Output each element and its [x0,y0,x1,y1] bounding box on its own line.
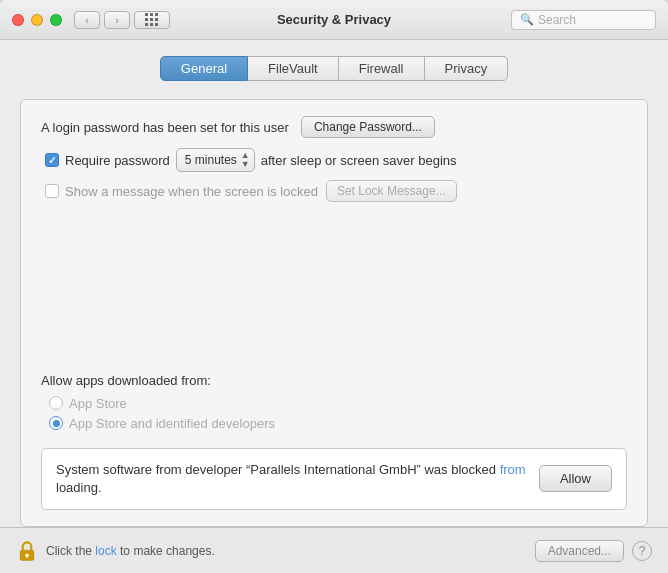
content-area: General FileVault Firewall Privacy A log… [0,40,668,527]
lock-text-post: to make changes. [117,544,215,558]
window: ‹ › Security & Privacy 🔍 Search General … [0,0,668,573]
search-placeholder: Search [538,13,576,27]
lock-icon [16,539,38,563]
app-store-radio-row: App Store [49,396,627,411]
app-store-identified-label: App Store and identified developers [69,416,275,431]
allow-button[interactable]: Allow [539,465,612,492]
show-lock-message-checkbox[interactable] [45,184,59,198]
tab-general[interactable]: General [160,56,248,81]
search-box[interactable]: 🔍 Search [511,10,656,30]
tab-firewall[interactable]: Firewall [339,56,425,81]
grid-button[interactable] [134,11,170,29]
require-password-checkbox[interactable] [45,153,59,167]
nav-buttons: ‹ › [74,11,130,29]
login-password-label: A login password has been set for this u… [41,120,289,135]
back-button[interactable]: ‹ [74,11,100,29]
app-store-label: App Store [69,396,127,411]
lock-link: lock [95,544,116,558]
require-password-row: Require password 5 minutes ▲ ▼ after sle… [45,148,627,172]
login-password-row: A login password has been set for this u… [41,116,627,138]
bottom-bar: Click the lock to make changes. Advanced… [0,527,668,573]
close-button[interactable] [12,14,24,26]
password-timing-dropdown[interactable]: 5 minutes ▲ ▼ [176,148,255,172]
notification-text-part2: loading. [56,480,102,495]
forward-button[interactable]: › [104,11,130,29]
dropdown-arrows-icon: ▲ ▼ [241,151,250,169]
minimize-button[interactable] [31,14,43,26]
traffic-lights [12,14,62,26]
tab-privacy[interactable]: Privacy [425,56,509,81]
lock-message-row: Show a message when the screen is locked… [45,180,627,202]
notification-text: System software from developer “Parallel… [56,461,527,497]
tab-filevault[interactable]: FileVault [248,56,339,81]
change-password-button[interactable]: Change Password... [301,116,435,138]
svg-rect-2 [26,555,28,558]
allow-apps-section: Allow apps downloaded from: App Store Ap… [41,373,627,436]
set-lock-message-button[interactable]: Set Lock Message... [326,180,457,202]
notification-text-part1: System software from developer “Parallel… [56,462,500,477]
after-sleep-label: after sleep or screen saver begins [261,153,457,168]
require-password-label: Require password [65,153,170,168]
help-button[interactable]: ? [632,541,652,561]
advanced-button[interactable]: Advanced... [535,540,624,562]
lock-text-pre: Click the [46,544,95,558]
app-store-identified-radio-row: App Store and identified developers [49,416,627,431]
allow-apps-title: Allow apps downloaded from: [41,373,627,388]
lock-bottom-text: Click the lock to make changes. [46,544,535,558]
titlebar: ‹ › Security & Privacy 🔍 Search [0,0,668,40]
password-timing-value: 5 minutes [185,153,237,167]
show-lock-message-label: Show a message when the screen is locked [65,184,318,199]
tab-bar: General FileVault Firewall Privacy [20,56,648,81]
search-icon: 🔍 [520,13,534,26]
window-title: Security & Privacy [277,12,391,27]
maximize-button[interactable] [50,14,62,26]
system-notification: System software from developer “Parallel… [41,448,627,510]
grid-icon [145,13,159,27]
app-store-radio[interactable] [49,396,63,410]
notification-from-highlight: from [500,462,526,477]
general-panel: A login password has been set for this u… [20,99,648,527]
app-store-identified-radio[interactable] [49,416,63,430]
